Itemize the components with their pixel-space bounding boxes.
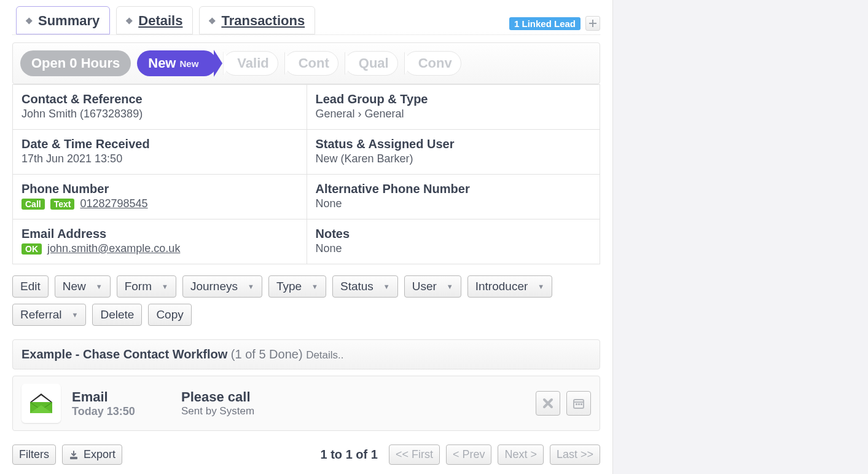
close-icon (542, 397, 554, 409)
label-notes: Notes (316, 227, 590, 241)
value-notes: None (316, 242, 590, 255)
workflow-item-kind: Email (72, 389, 170, 405)
email-link[interactable]: john.smith@example.co.uk (47, 242, 180, 255)
export-button[interactable]: Export (62, 444, 122, 465)
workflow-item-schedule-button[interactable] (566, 391, 591, 416)
summary-panel: Open 0 Hours New New Valid Cont Qual Con… (12, 34, 600, 465)
caret-icon: ▼ (447, 283, 453, 290)
pager-next-button[interactable]: Next > (498, 444, 544, 465)
cell-status-user: Status & Assigned User New (Karen Barker… (307, 129, 600, 174)
status-dropdown[interactable]: Status▼ (332, 275, 398, 298)
value-received: 17th Jun 2021 13:50 (22, 152, 297, 165)
edit-button-label: Edit (20, 280, 41, 293)
stage-cont[interactable]: Cont (284, 51, 338, 76)
download-icon (69, 450, 79, 460)
stage-conv[interactable]: Conv (404, 51, 461, 76)
stage-row: Open 0 Hours New New Valid Cont Qual Con… (12, 42, 600, 84)
new-dropdown[interactable]: New▼ (55, 275, 111, 298)
referral-dropdown[interactable]: Referral▼ (12, 304, 86, 326)
tab-details[interactable]: ❖ Details (116, 6, 193, 34)
caret-icon: ▼ (96, 283, 103, 290)
value-lead-group: General › General (316, 108, 590, 120)
delete-button-label: Delete (100, 308, 134, 322)
stage-new-sub: New (180, 58, 199, 69)
filters-button-label: Filters (19, 448, 49, 461)
pager-first-label: << First (396, 448, 433, 461)
value-contact-ref: John Smith (167328389) (22, 108, 297, 120)
label-status-user: Status & Assigned User (316, 137, 590, 151)
workflow-item-dismiss-button[interactable] (536, 391, 560, 416)
stage-open: Open 0 Hours (20, 50, 131, 76)
user-dropdown-label: User (412, 280, 437, 293)
svg-rect-8 (578, 403, 580, 405)
status-dropdown-label: Status (340, 280, 373, 293)
introducer-dropdown-label: Introducer (475, 280, 528, 293)
caret-icon: ▼ (538, 283, 544, 290)
tab-transactions[interactable]: ❖ Transactions (199, 6, 315, 34)
cell-notes: Notes None (307, 219, 600, 264)
introducer-dropdown[interactable]: Introducer▼ (467, 275, 552, 298)
stage-qual[interactable]: Qual (345, 51, 398, 76)
delete-button[interactable]: Delete (92, 304, 142, 326)
stage-valid[interactable]: Valid (223, 51, 278, 76)
linked-lead-badge[interactable]: 1 Linked Lead (509, 17, 581, 30)
arrow-icon: ❖ (125, 17, 133, 25)
cell-email: Email Address OK john.smith@example.co.u… (13, 219, 307, 264)
label-alt-phone: Alternative Phone Number (316, 182, 590, 196)
new-dropdown-label: New (63, 280, 86, 293)
cell-alt-phone: Alternative Phone Number None (307, 174, 600, 219)
workflow-count: (1 of 5 Done) (231, 347, 303, 361)
edit-button[interactable]: Edit (12, 275, 49, 298)
filters-button[interactable]: Filters (12, 444, 56, 465)
type-dropdown[interactable]: Type▼ (268, 275, 326, 298)
pager-last-button[interactable]: Last >> (550, 444, 600, 465)
workflow-title: Example - Chase Contact Workflow (22, 347, 227, 361)
export-button-label: Export (84, 448, 115, 461)
add-linked-button[interactable] (585, 16, 600, 31)
calendar-icon (573, 397, 585, 409)
email-icon (22, 384, 61, 423)
form-dropdown-label: Form (125, 280, 152, 293)
journeys-dropdown-label: Journeys (190, 280, 238, 293)
form-dropdown[interactable]: Form▼ (117, 275, 176, 298)
caret-icon: ▼ (311, 283, 318, 290)
label-contact-ref: Contact & Reference (22, 92, 297, 106)
plus-icon (588, 19, 597, 28)
phone-number-link[interactable]: 01282798545 (80, 197, 147, 210)
tab-summary-label: Summary (38, 13, 100, 29)
tab-row: ❖ Summary ❖ Details ❖ Transactions 1 Lin… (16, 6, 600, 34)
pager-range: 1 to 1 of 1 (321, 448, 378, 462)
journeys-dropdown[interactable]: Journeys▼ (182, 275, 262, 298)
pager-first-button[interactable]: << First (389, 444, 440, 465)
phone-call-chip[interactable]: Call (22, 199, 45, 210)
workflow-item-subject: Please call (181, 389, 254, 405)
copy-button[interactable]: Copy (148, 304, 191, 326)
user-dropdown[interactable]: User▼ (404, 275, 461, 298)
type-dropdown-label: Type (276, 280, 302, 293)
side-padding (613, 0, 868, 474)
cell-phone: Phone Number Call Text 01282798545 (13, 174, 307, 219)
svg-rect-7 (576, 403, 577, 405)
value-alt-phone: None (316, 197, 590, 210)
workflow-item-subject-col: Please call Sent by System (181, 389, 254, 417)
arrow-icon: ❖ (25, 17, 33, 25)
stage-new[interactable]: New New (137, 50, 217, 76)
linked-lead-row: 1 Linked Lead (509, 16, 600, 34)
referral-dropdown-label: Referral (20, 308, 62, 322)
tab-details-label: Details (138, 13, 182, 29)
pager-last-label: Last >> (557, 448, 593, 461)
pager-prev-button[interactable]: < Prev (446, 444, 492, 465)
workflow-item-actions (536, 391, 591, 416)
label-email: Email Address (22, 227, 297, 241)
stage-new-main: New (148, 55, 176, 71)
summary-grid: Contact & Reference John Smith (16732838… (12, 84, 600, 264)
pager-prev-label: < Prev (453, 448, 485, 461)
workflow-details-link[interactable]: Details.. (306, 349, 343, 361)
phone-text-chip[interactable]: Text (50, 199, 75, 210)
value-status-user: New (Karen Barker) (316, 152, 590, 165)
arrow-icon: ❖ (208, 17, 216, 25)
actions-row: Edit New▼ Form▼ Journeys▼ Type▼ Status▼ … (12, 275, 600, 326)
workflow-item-by: Sent by System (181, 405, 254, 417)
workflow-item-type: Email Today 13:50 (72, 389, 170, 418)
tab-summary[interactable]: ❖ Summary (16, 6, 110, 34)
